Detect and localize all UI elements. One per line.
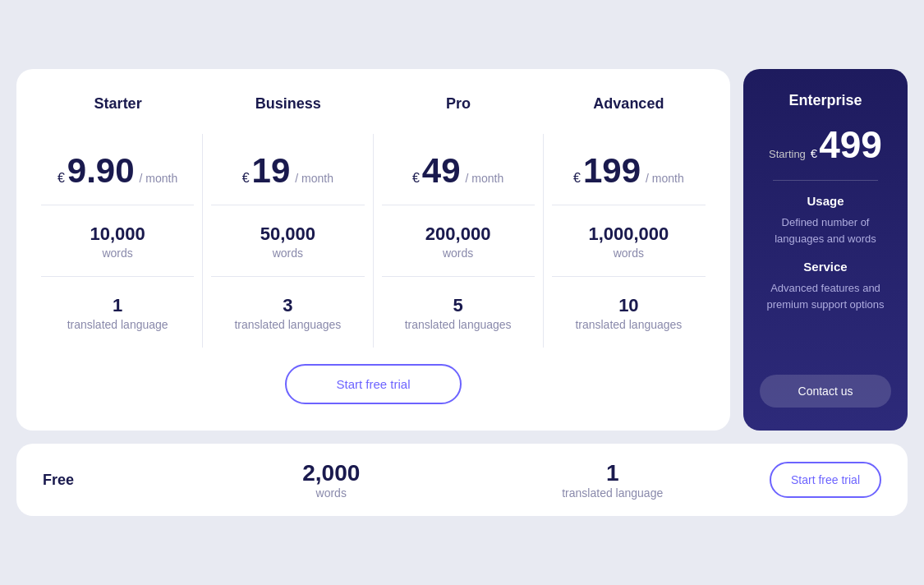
plan-col-advanced: € 199 / month 1,000,000 words 10 transla… [544, 134, 714, 348]
enterprise-divider [773, 180, 878, 181]
plans-header: Starter Business Pro Advanced [33, 95, 714, 126]
business-price-display: € 19 / month [211, 154, 364, 188]
business-price-section: € 19 / month [211, 134, 364, 205]
advanced-currency: € [573, 171, 581, 186]
pro-lang-count: 5 [382, 295, 535, 316]
starter-words-section: 10,000 words [41, 205, 194, 277]
starter-currency: € [57, 171, 65, 186]
starter-words-label: words [41, 246, 194, 260]
main-pricing-card: Starter Business Pro Advanced € 9.90 / m… [16, 69, 730, 431]
start-free-trial-button[interactable]: Start free trial [285, 364, 461, 404]
pro-words-label: words [382, 246, 535, 260]
advanced-price-section: € 199 / month [552, 134, 706, 205]
free-start-trial-button[interactable]: Start free trial [770, 462, 881, 498]
advanced-lang-count: 10 [552, 295, 706, 316]
enterprise-currency: € [811, 146, 817, 160]
pro-currency: € [412, 171, 420, 186]
enterprise-card: Enterprise Starting € 499 Usage Defined … [743, 69, 908, 431]
pro-words-section: 200,000 words [382, 205, 535, 277]
pro-words-count: 200,000 [382, 223, 535, 245]
enterprise-price: 499 [819, 126, 882, 164]
contact-us-button[interactable]: Contact us [760, 375, 891, 408]
plan-col-pro: € 49 / month 200,000 words 5 translated … [374, 134, 544, 348]
enterprise-usage-title: Usage [807, 194, 844, 208]
plan-col-starter: € 9.90 / month 10,000 words 1 translated… [33, 134, 203, 348]
starter-price-section: € 9.90 / month [41, 134, 194, 205]
business-languages-section: 3 translated languages [211, 277, 364, 348]
pro-price-period: / month [466, 172, 504, 185]
starter-price-display: € 9.90 / month [41, 154, 194, 188]
free-cta-area: Start free trial [770, 462, 881, 498]
plan-name-advanced: Advanced [544, 95, 714, 126]
advanced-words-label: words [552, 246, 706, 260]
starter-lang-label: translated language [41, 318, 194, 331]
advanced-lang-label: translated languages [552, 318, 706, 331]
advanced-price-amount: 199 [583, 154, 641, 188]
free-lang-label: translated language [471, 486, 752, 500]
free-lang-count: 1 [471, 460, 752, 486]
starter-price-period: / month [140, 172, 178, 185]
free-plan-name: Free [43, 472, 191, 489]
free-lang-area: 1 translated language [471, 460, 752, 500]
pro-price-section: € 49 / month [382, 134, 535, 205]
pro-price-amount: 49 [422, 154, 461, 188]
free-words-label: words [191, 486, 471, 500]
main-cta-wrapper: Start free trial [33, 364, 714, 404]
advanced-price-display: € 199 / month [552, 154, 706, 188]
business-lang-count: 3 [211, 295, 364, 316]
starter-languages-section: 1 translated language [41, 277, 194, 348]
business-words-count: 50,000 [211, 223, 364, 245]
free-words-count: 2,000 [191, 460, 471, 486]
starter-lang-count: 1 [41, 295, 194, 316]
starter-price-amount: 9.90 [67, 154, 135, 188]
advanced-words-count: 1,000,000 [552, 223, 706, 245]
free-words-area: 2,000 words [191, 460, 471, 500]
pricing-page: Starter Business Pro Advanced € 9.90 / m… [16, 69, 908, 516]
enterprise-service-title: Service [803, 260, 847, 274]
advanced-words-section: 1,000,000 words [552, 205, 706, 277]
pro-lang-label: translated languages [382, 318, 535, 331]
business-currency: € [242, 171, 250, 186]
plan-name-business: Business [203, 95, 373, 126]
plan-name-starter: Starter [33, 95, 203, 126]
starter-words-count: 10,000 [41, 223, 194, 245]
plan-col-business: € 19 / month 50,000 words 3 translated l… [203, 134, 373, 348]
plan-name-pro: Pro [374, 95, 544, 126]
business-lang-label: translated languages [211, 318, 364, 331]
business-price-period: / month [295, 172, 333, 185]
enterprise-usage-desc: Defined number of languages and words [760, 214, 891, 246]
enterprise-title: Enterprise [788, 92, 862, 109]
enterprise-price-area: Starting € 499 [769, 126, 882, 164]
enterprise-starting-label: Starting [769, 148, 806, 160]
free-plan-row: Free 2,000 words 1 translated language S… [16, 444, 908, 516]
business-words-section: 50,000 words [211, 205, 364, 277]
advanced-price-period: / month [646, 172, 684, 185]
business-price-amount: 19 [252, 154, 291, 188]
advanced-languages-section: 10 translated languages [552, 277, 706, 348]
pro-price-display: € 49 / month [382, 154, 535, 188]
top-row: Starter Business Pro Advanced € 9.90 / m… [16, 69, 908, 431]
pro-languages-section: 5 translated languages [382, 277, 535, 348]
plans-grid: € 9.90 / month 10,000 words 1 translated… [33, 134, 714, 348]
enterprise-service-desc: Advanced features and premium support op… [760, 280, 891, 312]
business-words-label: words [211, 246, 364, 260]
